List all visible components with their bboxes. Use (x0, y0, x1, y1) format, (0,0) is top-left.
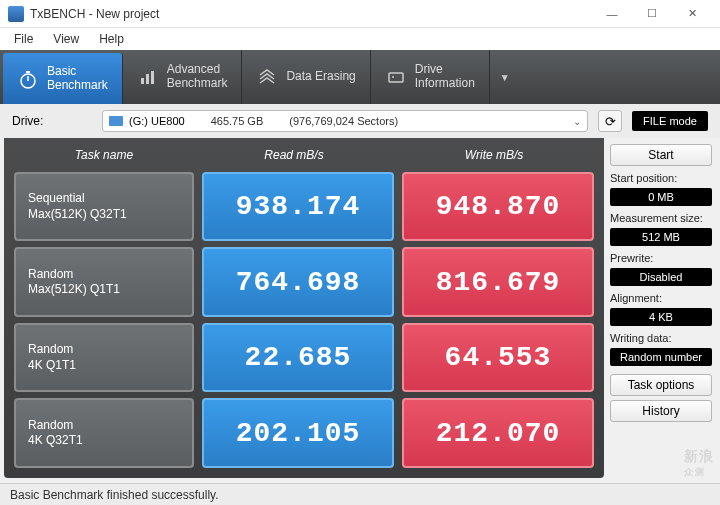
col-write: Write mB/s (394, 148, 594, 162)
erase-icon (256, 66, 278, 88)
read-value: 22.685 (202, 323, 394, 393)
prewrite-value[interactable]: Disabled (610, 268, 712, 286)
drive-name: (G:) UE800 (129, 115, 185, 127)
minimize-button[interactable]: — (592, 2, 632, 26)
tab-label: Basic Benchmark (47, 65, 108, 93)
write-value: 212.070 (402, 398, 594, 468)
window-title: TxBENCH - New project (30, 7, 592, 21)
results-header: Task name Read mB/s Write mB/s (14, 144, 594, 166)
svg-rect-6 (389, 73, 403, 82)
toolbar-more[interactable]: ▼ (490, 50, 532, 104)
drive-bar: Drive: (G:) UE800 465.75 GB (976,769,024… (0, 104, 720, 138)
chevron-down-icon: ▼ (500, 72, 522, 83)
result-row: Random4K Q32T1 202.105 212.070 (14, 398, 594, 468)
col-read: Read mB/s (194, 148, 394, 162)
file-mode-button[interactable]: FILE mode (632, 111, 708, 131)
status-bar: Basic Benchmark finished successfully. (0, 483, 720, 505)
alignment-label: Alignment: (610, 292, 712, 304)
task-cell[interactable]: Random4K Q1T1 (14, 323, 194, 393)
svg-rect-4 (146, 74, 149, 84)
read-value: 202.105 (202, 398, 394, 468)
maximize-button[interactable]: ☐ (632, 2, 672, 26)
task-cell[interactable]: SequentialMax(512K) Q32T1 (14, 172, 194, 242)
tab-advanced-benchmark[interactable]: Advanced Benchmark (123, 50, 243, 104)
read-value: 764.698 (202, 247, 394, 317)
toolbar: Basic Benchmark Advanced Benchmark Data … (0, 50, 720, 104)
history-button[interactable]: History (610, 400, 712, 422)
tab-label: Advanced Benchmark (167, 63, 228, 91)
tab-drive-information[interactable]: Drive Information (371, 50, 490, 104)
result-row: SequentialMax(512K) Q32T1 938.174 948.87… (14, 172, 594, 242)
stopwatch-icon (17, 68, 39, 90)
app-icon (8, 6, 24, 22)
menu-help[interactable]: Help (91, 30, 132, 48)
refresh-button[interactable]: ⟳ (598, 110, 622, 132)
task-cell[interactable]: Random4K Q32T1 (14, 398, 194, 468)
svg-rect-3 (141, 78, 144, 84)
results-panel: Task name Read mB/s Write mB/s Sequentia… (4, 138, 604, 478)
svg-rect-1 (26, 71, 30, 73)
write-value: 816.679 (402, 247, 594, 317)
svg-point-7 (392, 76, 394, 78)
col-task: Task name (14, 148, 194, 162)
start-position-value[interactable]: 0 MB (610, 188, 712, 206)
menu-view[interactable]: View (45, 30, 87, 48)
task-line1: Sequential (28, 191, 180, 207)
task-line1: Random (28, 267, 180, 283)
result-row: RandomMax(512K) Q1T1 764.698 816.679 (14, 247, 594, 317)
side-panel: Start Start position: 0 MB Measurement s… (608, 138, 720, 478)
measurement-size-label: Measurement size: (610, 212, 712, 224)
drive-sectors: (976,769,024 Sectors) (289, 115, 398, 127)
drive-select[interactable]: (G:) UE800 465.75 GB (976,769,024 Sector… (102, 110, 588, 132)
result-row: Random4K Q1T1 22.685 64.553 (14, 323, 594, 393)
refresh-icon: ⟳ (605, 114, 616, 129)
writing-data-value[interactable]: Random number (610, 348, 712, 366)
measurement-size-value[interactable]: 512 MB (610, 228, 712, 246)
task-line2: 4K Q32T1 (28, 433, 180, 449)
task-cell[interactable]: RandomMax(512K) Q1T1 (14, 247, 194, 317)
svg-rect-5 (151, 71, 154, 84)
bars-icon (137, 66, 159, 88)
drive-icon (385, 66, 407, 88)
start-position-label: Start position: (610, 172, 712, 184)
task-line1: Random (28, 418, 180, 434)
start-button[interactable]: Start (610, 144, 712, 166)
tab-label: Data Erasing (286, 70, 355, 84)
write-value: 64.553 (402, 323, 594, 393)
read-value: 938.174 (202, 172, 394, 242)
close-button[interactable]: ✕ (672, 2, 712, 26)
alignment-value[interactable]: 4 KB (610, 308, 712, 326)
menu-bar: File View Help (0, 28, 720, 50)
write-value: 948.870 (402, 172, 594, 242)
tab-label: Drive Information (415, 63, 475, 91)
prewrite-label: Prewrite: (610, 252, 712, 264)
task-options-button[interactable]: Task options (610, 374, 712, 396)
window-controls: — ☐ ✕ (592, 2, 712, 26)
main-body: Task name Read mB/s Write mB/s Sequentia… (0, 138, 720, 478)
status-text: Basic Benchmark finished successfully. (10, 488, 219, 502)
writing-data-label: Writing data: (610, 332, 712, 344)
chevron-down-icon: ⌄ (573, 116, 581, 127)
tab-basic-benchmark[interactable]: Basic Benchmark (3, 53, 123, 104)
disk-icon (109, 116, 123, 126)
task-line2: Max(512K) Q32T1 (28, 207, 180, 223)
menu-file[interactable]: File (6, 30, 41, 48)
task-line2: 4K Q1T1 (28, 358, 180, 374)
task-line1: Random (28, 342, 180, 358)
tab-data-erasing[interactable]: Data Erasing (242, 50, 370, 104)
drive-size: 465.75 GB (211, 115, 264, 127)
task-line2: Max(512K) Q1T1 (28, 282, 180, 298)
drive-label: Drive: (12, 114, 92, 128)
title-bar: TxBENCH - New project — ☐ ✕ (0, 0, 720, 28)
